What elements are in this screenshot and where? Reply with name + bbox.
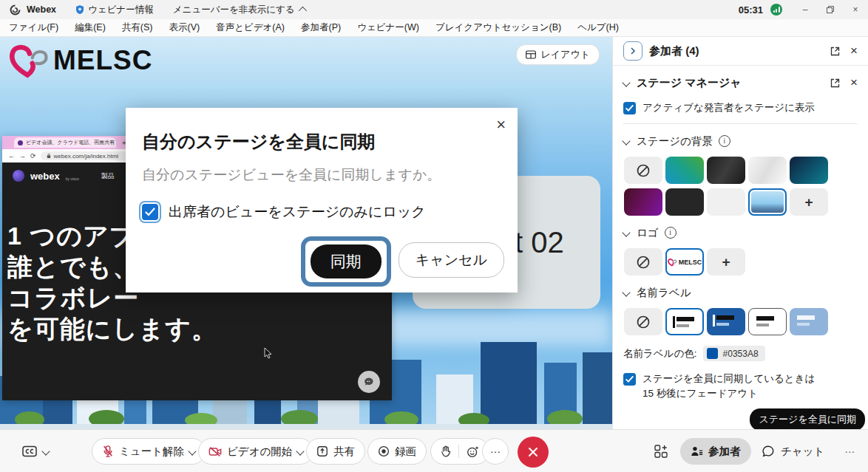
browser-tab[interactable]: ビデオ会議、クラウド電話、画面共有 bbox=[14, 137, 116, 148]
name-label-chevron-icon[interactable] bbox=[622, 288, 630, 296]
menu-audio-video[interactable]: 音声とビデオ(A) bbox=[216, 21, 285, 34]
menu-file[interactable]: ファイル(F) bbox=[9, 21, 58, 34]
menubar: ファイル(F) 編集(E) 共有(S) 表示(V) 音声とビデオ(A) 参加者(… bbox=[0, 19, 868, 37]
background-swatch-navy-teal[interactable] bbox=[790, 157, 828, 184]
ellipsis-icon: … bbox=[844, 443, 855, 455]
none-icon bbox=[636, 163, 651, 178]
menu-participants[interactable]: 参加者(P) bbox=[301, 21, 341, 34]
sync-stage-dialog: × 自分のステージを全員に同期 自分のステージビューを全員に同期しますか。 出席… bbox=[126, 108, 518, 293]
leave-meeting-button[interactable] bbox=[518, 437, 549, 468]
lock-view-label[interactable]: 出席者のビューをステージのみにロック bbox=[169, 202, 426, 222]
cancel-button[interactable]: キャンセル bbox=[399, 242, 504, 278]
share-button[interactable]: 共有 bbox=[306, 438, 365, 465]
menu-webinar[interactable]: ウェビナー(W) bbox=[357, 21, 419, 34]
collapse-panel-button[interactable] bbox=[623, 41, 642, 61]
participants-toggle-button[interactable]: 参加者 bbox=[680, 438, 751, 465]
sync-button[interactable]: 同期 bbox=[311, 244, 382, 278]
connection-quality-icon[interactable] bbox=[770, 4, 782, 16]
more-panels-button[interactable]: … bbox=[844, 438, 855, 465]
reactions-button[interactable] bbox=[430, 438, 489, 465]
record-button[interactable]: 録画 bbox=[367, 438, 427, 465]
menu-help[interactable]: ヘルプ(H) bbox=[577, 21, 619, 34]
forward-button[interactable]: → bbox=[19, 152, 26, 160]
mouse-cursor bbox=[264, 347, 272, 359]
background-swatch-light-wave[interactable] bbox=[748, 157, 787, 184]
sync-fade-label[interactable]: ステージを全員に同期しているときは 15 秒後にフェードアウト bbox=[642, 372, 815, 402]
name-label-none-swatch[interactable] bbox=[624, 308, 662, 335]
primary-focus-ring: 同期 bbox=[301, 236, 391, 287]
raise-hand-icon bbox=[441, 445, 451, 457]
captions-chevron-icon bbox=[41, 447, 50, 455]
back-button[interactable]: ← bbox=[8, 152, 15, 160]
active-speaker-label[interactable]: アクティブな発言者をステージに表示 bbox=[642, 101, 815, 114]
sync-fade-checkbox[interactable] bbox=[623, 373, 636, 386]
background-info-icon[interactable]: i bbox=[719, 135, 730, 147]
popout-icon[interactable] bbox=[830, 47, 840, 56]
more-options-button[interactable]: … bbox=[482, 438, 509, 465]
background-swatch-purple[interactable] bbox=[624, 188, 662, 216]
background-chevron-icon[interactable] bbox=[622, 137, 630, 145]
lock-view-checkbox[interactable] bbox=[142, 204, 158, 220]
stage-logo-text: MELSC bbox=[53, 45, 153, 76]
menu-breakout[interactable]: ブレイクアウトセッション(B) bbox=[435, 21, 561, 34]
site-brand: webex bbox=[30, 171, 60, 182]
site-nav-products[interactable]: 製品 bbox=[101, 171, 115, 181]
hide-menubar-button[interactable]: メニューバーを非表示にする bbox=[173, 4, 305, 16]
logo-add-swatch[interactable]: + bbox=[707, 248, 745, 276]
background-swatch-teal-green[interactable] bbox=[665, 157, 704, 184]
menu-edit[interactable]: 編集(E) bbox=[75, 21, 106, 34]
menu-share[interactable]: 共有(S) bbox=[122, 21, 153, 34]
favicon bbox=[18, 140, 23, 146]
name-label-style-1-selected[interactable] bbox=[665, 308, 704, 335]
logo-info-icon[interactable]: i bbox=[665, 227, 677, 239]
captions-icon bbox=[22, 445, 37, 457]
chat-bubble-icon[interactable] bbox=[358, 371, 380, 393]
name-label-style-4[interactable] bbox=[790, 308, 828, 335]
dialog-close-icon[interactable]: × bbox=[496, 117, 506, 133]
background-swatch-cityscape-selected[interactable] bbox=[748, 188, 787, 216]
background-swatch-plain[interactable] bbox=[707, 188, 745, 216]
layout-button[interactable]: レイアウト bbox=[516, 44, 600, 65]
unmute-chevron-icon bbox=[188, 447, 196, 455]
minimize-button[interactable]: – bbox=[793, 0, 818, 19]
background-none-swatch[interactable] bbox=[624, 157, 662, 184]
end-x-icon bbox=[527, 446, 539, 458]
lock-icon bbox=[47, 153, 51, 159]
background-swatch-black[interactable] bbox=[665, 188, 704, 216]
chevron-down-icon[interactable] bbox=[622, 78, 630, 86]
name-label-color-picker[interactable]: #0353A8 bbox=[703, 346, 765, 361]
reload-button[interactable]: ⟳ bbox=[30, 152, 36, 160]
webinar-info-button[interactable]: ウェビナー情報 bbox=[75, 4, 154, 16]
webex-site-logo bbox=[13, 170, 24, 182]
close-window-button[interactable]: × bbox=[843, 0, 868, 19]
name-label-style-3[interactable] bbox=[748, 308, 787, 335]
color-swatch bbox=[707, 348, 718, 359]
captions-button[interactable] bbox=[22, 438, 49, 465]
logo-chevron-icon[interactable] bbox=[622, 228, 630, 236]
logo-none-swatch[interactable] bbox=[624, 248, 662, 276]
stage-manager-popout-icon[interactable] bbox=[830, 78, 840, 88]
layout-grid-icon bbox=[526, 50, 536, 59]
background-swatch-dark-wave[interactable] bbox=[707, 157, 745, 184]
participants-panel: 参加者 (4) × ステージ マネージャ × アクティブな発言者をステージに表示 bbox=[612, 37, 868, 429]
dialog-body: 自分のステージビューを全員に同期しますか。 bbox=[126, 154, 518, 185]
active-speaker-checkbox[interactable] bbox=[623, 102, 636, 114]
melsc-heart-icon bbox=[9, 43, 50, 78]
participants-icon bbox=[691, 445, 703, 457]
name-label-style-2[interactable] bbox=[707, 308, 745, 335]
menu-view[interactable]: 表示(V) bbox=[169, 21, 200, 34]
start-video-button[interactable]: ビデオの開始 bbox=[198, 438, 313, 465]
apps-grid-icon bbox=[654, 444, 668, 459]
logo-swatch-melsc-selected[interactable]: MELSC bbox=[665, 248, 704, 276]
control-bar: ミュート解除 ビデオの開始 共有 録画 bbox=[0, 429, 868, 472]
camera-off-icon bbox=[208, 446, 222, 457]
background-add-swatch[interactable]: + bbox=[790, 188, 828, 216]
stage-manager-close-icon[interactable]: × bbox=[850, 75, 858, 90]
unmute-button[interactable]: ミュート解除 bbox=[92, 438, 206, 465]
apps-button[interactable] bbox=[654, 438, 668, 465]
chevron-up-icon bbox=[298, 7, 306, 15]
chat-toggle-button[interactable]: チャット bbox=[762, 438, 824, 465]
shield-icon bbox=[75, 4, 84, 15]
restore-button[interactable] bbox=[818, 0, 843, 19]
close-panel-icon[interactable]: × bbox=[850, 44, 858, 58]
